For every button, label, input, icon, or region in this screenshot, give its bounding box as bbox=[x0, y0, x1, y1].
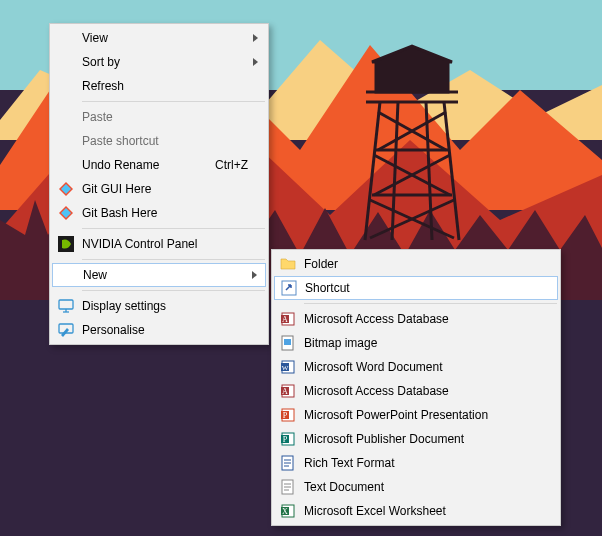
menu-label: Git GUI Here bbox=[82, 182, 151, 196]
shortcut-icon bbox=[281, 280, 297, 296]
bitmap-icon bbox=[280, 335, 296, 351]
menu-label: Microsoft Excel Worksheet bbox=[304, 504, 446, 518]
menu-label: Microsoft PowerPoint Presentation bbox=[304, 408, 488, 422]
submenu-item-word[interactable]: W Microsoft Word Document bbox=[274, 355, 558, 379]
svg-text:W: W bbox=[282, 364, 289, 372]
submenu-item-text[interactable]: Text Document bbox=[274, 475, 558, 499]
menu-label: Undo Rename bbox=[82, 158, 159, 172]
menu-label: Microsoft Access Database bbox=[304, 312, 449, 326]
submenu-arrow-icon bbox=[252, 271, 257, 279]
svg-text:X: X bbox=[282, 507, 288, 516]
submenu-item-shortcut[interactable]: Shortcut bbox=[274, 276, 558, 300]
menu-label: Personalise bbox=[82, 323, 145, 337]
menu-item-git-bash[interactable]: Git Bash Here bbox=[52, 201, 266, 225]
menu-label: Rich Text Format bbox=[304, 456, 394, 470]
submenu-item-rtf[interactable]: Rich Text Format bbox=[274, 451, 558, 475]
submenu-item-publisher[interactable]: P Microsoft Publisher Document bbox=[274, 427, 558, 451]
menu-label: Paste bbox=[82, 110, 113, 124]
folder-icon bbox=[280, 256, 296, 272]
menu-label: Microsoft Word Document bbox=[304, 360, 443, 374]
menu-label: Refresh bbox=[82, 79, 124, 93]
menu-label: Display settings bbox=[82, 299, 166, 313]
submenu-item-powerpoint[interactable]: P Microsoft PowerPoint Presentation bbox=[274, 403, 558, 427]
menu-item-git-gui[interactable]: Git GUI Here bbox=[52, 177, 266, 201]
menu-label: Bitmap image bbox=[304, 336, 377, 350]
svg-rect-28 bbox=[59, 300, 73, 309]
menu-separator bbox=[82, 228, 265, 229]
access-icon: A bbox=[280, 311, 296, 327]
access-icon: A bbox=[280, 383, 296, 399]
menu-item-display-settings[interactable]: Display settings bbox=[52, 294, 266, 318]
menu-item-paste-shortcut: Paste shortcut bbox=[52, 129, 266, 153]
menu-label: NVIDIA Control Panel bbox=[82, 237, 197, 251]
menu-label: Microsoft Access Database bbox=[304, 384, 449, 398]
desktop-context-menu: View Sort by Refresh Paste Paste shortcu… bbox=[49, 23, 269, 345]
svg-rect-37 bbox=[284, 339, 291, 345]
excel-icon: X bbox=[280, 503, 296, 519]
rtf-icon bbox=[280, 455, 296, 471]
menu-label: View bbox=[82, 31, 108, 45]
git-icon bbox=[58, 205, 74, 221]
publisher-icon: P bbox=[280, 431, 296, 447]
menu-separator bbox=[82, 101, 265, 102]
submenu-item-access[interactable]: A Microsoft Access Database bbox=[274, 379, 558, 403]
menu-label: New bbox=[83, 268, 107, 282]
menu-label: Shortcut bbox=[305, 281, 350, 295]
menu-item-view[interactable]: View bbox=[52, 26, 266, 50]
submenu-item-excel[interactable]: X Microsoft Excel Worksheet bbox=[274, 499, 558, 523]
menu-label: Folder bbox=[304, 257, 338, 271]
svg-text:A: A bbox=[282, 315, 288, 324]
menu-separator bbox=[82, 290, 265, 291]
submenu-item-access[interactable]: A Microsoft Access Database bbox=[274, 307, 558, 331]
personalise-icon bbox=[58, 322, 74, 338]
menu-item-new[interactable]: New bbox=[52, 263, 266, 287]
submenu-arrow-icon bbox=[253, 34, 258, 42]
menu-separator bbox=[304, 303, 557, 304]
menu-item-sort-by[interactable]: Sort by bbox=[52, 50, 266, 74]
menu-item-personalise[interactable]: Personalise bbox=[52, 318, 266, 342]
submenu-arrow-icon bbox=[253, 58, 258, 66]
menu-label: Sort by bbox=[82, 55, 120, 69]
nvidia-icon bbox=[58, 236, 74, 252]
svg-text:P: P bbox=[283, 435, 288, 444]
menu-label: Text Document bbox=[304, 480, 384, 494]
text-icon bbox=[280, 479, 296, 495]
menu-item-paste: Paste bbox=[52, 105, 266, 129]
powerpoint-icon: P bbox=[280, 407, 296, 423]
menu-item-nvidia[interactable]: NVIDIA Control Panel bbox=[52, 232, 266, 256]
svg-text:P: P bbox=[283, 411, 288, 420]
menu-shortcut: Ctrl+Z bbox=[215, 158, 248, 172]
submenu-item-folder[interactable]: Folder bbox=[274, 252, 558, 276]
display-settings-icon bbox=[58, 298, 74, 314]
word-icon: W bbox=[280, 359, 296, 375]
svg-rect-7 bbox=[376, 62, 448, 92]
menu-separator bbox=[82, 259, 265, 260]
menu-label: Git Bash Here bbox=[82, 206, 157, 220]
svg-text:A: A bbox=[282, 387, 288, 396]
git-icon bbox=[58, 181, 74, 197]
menu-item-refresh[interactable]: Refresh bbox=[52, 74, 266, 98]
new-submenu: Folder Shortcut A Microsoft Access Datab… bbox=[271, 249, 561, 526]
menu-label: Microsoft Publisher Document bbox=[304, 432, 464, 446]
menu-label: Paste shortcut bbox=[82, 134, 159, 148]
submenu-item-bitmap[interactable]: Bitmap image bbox=[274, 331, 558, 355]
menu-item-undo-rename[interactable]: Undo Rename Ctrl+Z bbox=[52, 153, 266, 177]
